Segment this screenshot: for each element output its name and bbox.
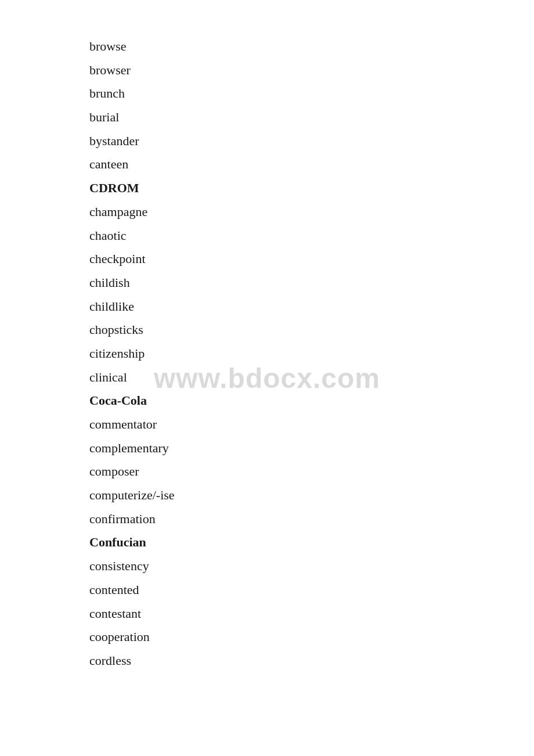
list-item: computerize/-ise: [89, 484, 534, 507]
list-item: composer: [89, 460, 534, 484]
list-item: champagne: [89, 200, 534, 224]
list-item: cooperation: [89, 625, 534, 649]
list-item: cordless: [89, 649, 534, 673]
list-item: contestant: [89, 602, 534, 626]
list-item: confirmation: [89, 507, 534, 531]
list-item: chopsticks: [89, 318, 534, 342]
list-item: browse: [89, 35, 534, 59]
list-item: canteen: [89, 153, 534, 177]
list-item: bystander: [89, 129, 534, 153]
list-item: CDROM: [89, 177, 534, 200]
list-item: Coca-Cola: [89, 389, 534, 413]
list-item: browser: [89, 59, 534, 82]
list-item: clinical: [89, 366, 534, 390]
list-item: contented: [89, 578, 534, 602]
list-item: chaotic: [89, 224, 534, 248]
list-item: childlike: [89, 295, 534, 319]
list-item: checkpoint: [89, 247, 534, 271]
list-item: childish: [89, 271, 534, 295]
list-item: commentator: [89, 413, 534, 437]
list-item: burial: [89, 106, 534, 129]
list-item: citizenship: [89, 342, 534, 366]
list-item: complementary: [89, 437, 534, 460]
list-item: consistency: [89, 555, 534, 578]
list-item: Confucian: [89, 531, 534, 555]
list-item: brunch: [89, 82, 534, 106]
word-list: browsebrowserbrunchburialbystandercantee…: [0, 0, 534, 708]
